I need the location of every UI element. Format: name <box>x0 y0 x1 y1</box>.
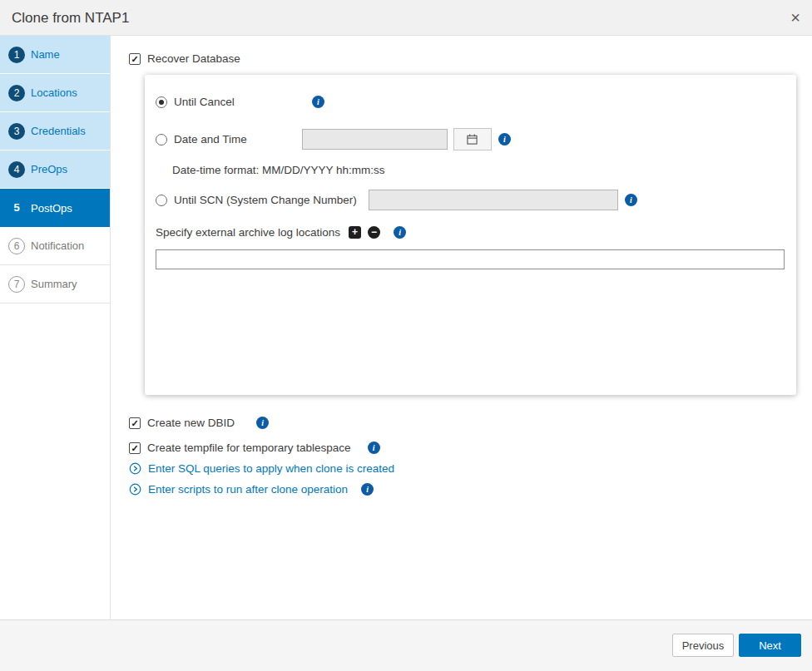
until-cancel-radio[interactable] <box>156 96 167 108</box>
calendar-button[interactable] <box>453 128 492 150</box>
step-label: Name <box>31 48 60 61</box>
dialog-title: Clone from NTAP1 <box>12 0 129 36</box>
scripts-info-icon[interactable]: i <box>361 483 374 496</box>
step-number: 3 <box>8 123 25 140</box>
archive-log-row: Specify external archive log locations +… <box>156 226 406 239</box>
step-label: Notification <box>31 239 84 252</box>
step-number: 7 <box>8 276 25 293</box>
date-time-radio[interactable] <box>156 134 167 146</box>
step-label: PostOps <box>31 202 72 215</box>
recover-database-label: Recover Database <box>147 52 240 65</box>
expand-icon <box>129 462 141 475</box>
step-name[interactable]: 1 Name <box>0 36 110 74</box>
dialog-footer: Previous Next <box>0 619 812 671</box>
step-label: PreOps <box>31 163 67 175</box>
date-time-input[interactable] <box>302 129 448 150</box>
date-time-row: Date and Time i <box>156 128 511 150</box>
clone-wizard-dialog: Clone from NTAP1 × 1 Name 2 Locations 3 … <box>0 0 812 671</box>
create-tempfile-row: ✓ Create tempfile for temporary tablespa… <box>129 442 380 454</box>
previous-button[interactable]: Previous <box>672 634 734 657</box>
sql-queries-link[interactable]: Enter SQL queries to apply when clone is… <box>148 462 394 475</box>
until-scn-row: Until SCN (System Change Number) i <box>156 190 637 210</box>
until-cancel-label: Until Cancel <box>174 96 235 108</box>
recover-options-panel: Until Cancel i Date and Time i <box>145 75 796 395</box>
scripts-link[interactable]: Enter scripts to run after clone operati… <box>148 483 348 496</box>
scripts-row: Enter scripts to run after clone operati… <box>129 483 374 496</box>
archive-log-info-icon[interactable]: i <box>394 226 406 239</box>
step-notification[interactable]: 6 Notification <box>0 227 110 265</box>
recover-database-checkbox[interactable]: ✓ <box>129 53 141 65</box>
date-format-hint: Date-time format: MM/DD/YYYY hh:mm:ss <box>172 164 385 176</box>
archive-log-label: Specify external archive log locations <box>156 226 340 239</box>
step-label: Locations <box>31 86 77 99</box>
date-format-hint-row: Date-time format: MM/DD/YYYY hh:mm:ss <box>172 164 385 176</box>
until-cancel-row: Until Cancel i <box>156 96 324 108</box>
add-archive-location-icon[interactable]: + <box>349 226 361 239</box>
until-scn-input[interactable] <box>369 190 618 210</box>
create-dbid-row: ✓ Create new DBID i <box>129 417 269 429</box>
step-locations[interactable]: 2 Locations <box>0 74 110 112</box>
wizard-steps-sidebar: 1 Name 2 Locations 3 Credentials 4 PreOp… <box>0 36 111 619</box>
step-preops[interactable]: 4 PreOps <box>0 150 110 189</box>
create-tempfile-info-icon[interactable]: i <box>368 442 380 454</box>
create-dbid-info-icon[interactable]: i <box>256 417 269 429</box>
create-dbid-label: Create new DBID <box>147 417 235 429</box>
step-summary[interactable]: 7 Summary <box>0 265 110 303</box>
step-number: 2 <box>8 85 25 101</box>
until-scn-label: Until SCN (System Change Number) <box>174 194 357 206</box>
close-icon[interactable]: × <box>790 7 800 27</box>
until-cancel-info-icon[interactable]: i <box>312 96 324 108</box>
archive-log-input-row <box>156 249 785 269</box>
archive-log-input[interactable] <box>156 249 785 269</box>
step-number: 5 <box>8 200 25 216</box>
create-tempfile-label: Create tempfile for temporary tablespace <box>147 442 351 454</box>
create-dbid-checkbox[interactable]: ✓ <box>129 417 141 429</box>
date-time-info-icon[interactable]: i <box>498 133 511 146</box>
expand-icon <box>129 483 141 496</box>
postops-content: ✓ Recover Database Until Cancel i Date a… <box>111 36 812 619</box>
step-credentials[interactable]: 3 Credentials <box>0 112 110 150</box>
step-label: Credentials <box>31 125 86 137</box>
step-number: 4 <box>8 161 25 178</box>
step-postops[interactable]: 5 PostOps <box>0 189 110 227</box>
sql-queries-row: Enter SQL queries to apply when clone is… <box>129 462 394 475</box>
next-button[interactable]: Next <box>739 634 801 657</box>
until-scn-radio[interactable] <box>156 195 167 206</box>
step-number: 6 <box>8 238 25 254</box>
remove-archive-location-icon[interactable]: − <box>368 226 380 239</box>
dialog-header: Clone from NTAP1 × <box>0 0 812 36</box>
until-scn-info-icon[interactable]: i <box>625 194 637 206</box>
date-time-label: Date and Time <box>174 133 247 146</box>
step-number: 1 <box>8 47 25 63</box>
recover-database-row: ✓ Recover Database <box>129 52 240 65</box>
calendar-icon <box>467 134 478 145</box>
step-label: Summary <box>31 278 77 290</box>
create-tempfile-checkbox[interactable]: ✓ <box>129 442 141 454</box>
